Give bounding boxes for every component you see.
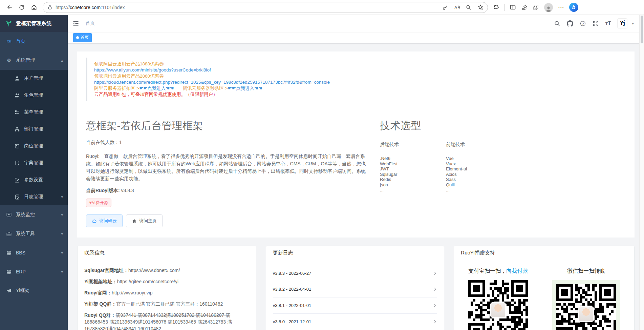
sidebar-item-label: ERP <box>16 269 26 274</box>
backend-list: .Net6WebFirstJWTSqlsugarRedisjson... <box>380 156 446 193</box>
person-icon <box>545 6 552 12</box>
svg-text:A: A <box>454 5 457 9</box>
ruoyi-url[interactable]: http://www.ruoyi.vip <box>112 290 153 295</box>
scrollbar-thumb[interactable] <box>641 16 643 43</box>
chevron-down-icon[interactable]: ▾ <box>632 21 634 26</box>
password-key-icon[interactable] <box>442 4 448 11</box>
user-icon <box>14 76 20 81</box>
contact-card-title: 联系信息 <box>78 246 256 260</box>
sidebar-item-label: 用户管理 <box>24 75 43 81</box>
paper-plane-icon <box>6 288 12 294</box>
changelog-card-title: 更新日志 <box>266 246 444 260</box>
visit-homepage-button[interactable]: 访问主页 <box>126 214 163 227</box>
dictionary-book-icon <box>14 160 20 166</box>
split-screen-icon[interactable] <box>510 4 516 11</box>
alipay-qr-title: 支付宝扫一扫，向我付款 <box>468 268 528 275</box>
fullscreen-icon[interactable] <box>593 20 599 27</box>
intro-panel: 领取阿里云通用云产品1888优惠券 https://www.aliyun.com… <box>77 51 635 238</box>
app-logo[interactable]: 意框架管理系统 <box>0 15 68 32</box>
sidebar-item-label: 系统监控 <box>16 212 35 218</box>
browser-chrome: https://ccnetcore.com:1101/index A ⋯ b <box>0 0 644 15</box>
sidebar-item-dicts[interactable]: 字典管理 <box>0 154 68 171</box>
tag-home[interactable]: 首页 <box>73 33 92 42</box>
wechat-qr-title: 微信扫一扫转账 <box>552 268 620 275</box>
chevron-right-icon <box>433 271 437 275</box>
notice-line-tencent-coupon: 领取腾讯云通用云产品2860优惠券 <box>94 73 619 79</box>
notice-line-promo: 阿里云服务器折扣区 >☛☛点我进入☚☚腾讯云服务器秒杀区 >☛☛点我进入☚☚ <box>94 85 619 91</box>
sidebar-item-erp[interactable]: ERP ▾ <box>0 262 68 281</box>
help-question-icon[interactable]: ? <box>580 20 586 27</box>
sidebar-item-label: 首页 <box>16 38 25 44</box>
sidebar-item-monitor[interactable]: 系统监控 ▾ <box>0 205 68 224</box>
sidebar-collapse-icon[interactable] <box>72 20 79 27</box>
changelog-item[interactable]: v3.8.0 - 2021-12-01 <box>273 314 437 330</box>
home-icon <box>132 219 137 224</box>
page-scrollbar[interactable] <box>639 15 644 330</box>
browser-essentials-icon[interactable] <box>493 4 499 11</box>
breadcrumb[interactable]: 首页 <box>85 20 95 26</box>
promo-tencent-enter-link[interactable]: ☛☛点我进入☚☚ <box>228 86 262 91</box>
back-arrow-icon <box>6 4 13 11</box>
user-avatar[interactable]: Yj <box>617 18 627 28</box>
favorite-star-add-icon[interactable] <box>477 4 484 11</box>
sidebar: 意框架管理系统 首页 ⚙ 系统管理 ▴ 用户管理 角色管理 菜单管理 <box>0 15 68 330</box>
changelog-item[interactable]: v3.8.3 - 2022-06-27 <box>273 265 437 281</box>
sidebar-item-label: 参数设置 <box>24 177 43 183</box>
sidebar-item-bbs[interactable]: BBS ▾ <box>0 243 68 262</box>
notice-link-aliyun[interactable]: https://www.aliyun.com/minisite/goods?us… <box>94 67 619 73</box>
changelog-item[interactable]: v3.8.2 - 2022-04-01 <box>273 281 437 297</box>
dashboard-icon <box>6 39 12 44</box>
browser-back-button[interactable] <box>3 2 16 13</box>
zoom-out-icon[interactable] <box>466 4 472 11</box>
users-icon <box>14 92 20 98</box>
sidebar-item-posts[interactable]: 岗位管理 <box>0 138 68 154</box>
online-count: 当前在线人数：1 <box>86 140 366 146</box>
changelog-card: 更新日志 v3.8.3 - 2022-06-27 v3.8.2 - 2022-0… <box>266 246 445 330</box>
contact-row-sqlsugar: Sqlsugar官网地址：https://www.donet5.com/ <box>84 267 249 274</box>
github-icon[interactable] <box>567 20 573 27</box>
browser-settings-menu[interactable]: ⋯ <box>558 4 564 11</box>
sidebar-item-label: BBS <box>16 250 25 255</box>
sidebar-item-depts[interactable]: 部门管理 <box>0 121 68 138</box>
sidebar-item-tools[interactable]: 系统工具 ▾ <box>0 224 68 243</box>
collections-icon[interactable] <box>521 4 528 11</box>
notice-line-redpacket: 云产品通用红包，可叠加官网常规优惠使用。（仅限新用户） <box>94 91 619 98</box>
pay-me-link[interactable]: 向我付款 <box>506 268 528 274</box>
chevron-down-icon: ▾ <box>61 213 63 217</box>
yi-gitee-url[interactable]: https://gitee.com/ccnetcore/yi <box>117 279 178 284</box>
tree-table-icon <box>14 109 20 115</box>
bing-copilot-icon[interactable]: b <box>569 3 578 12</box>
sqlsugar-url[interactable]: https://www.donet5.com/ <box>128 268 180 273</box>
visit-gitee-button[interactable]: 访问码云 <box>86 214 123 227</box>
chevron-down-icon: ▾ <box>61 270 63 274</box>
search-icon[interactable] <box>554 20 560 27</box>
browser-profile-avatar[interactable] <box>544 3 553 12</box>
sidebar-item-label: 部门管理 <box>24 126 43 132</box>
sidebar-item-system[interactable]: ⚙ 系统管理 ▴ <box>0 51 68 70</box>
tab-actions-icon[interactable] <box>533 4 539 11</box>
address-bar[interactable]: https://ccnetcore.com:1101/index A <box>43 2 488 13</box>
read-aloud-icon[interactable]: A <box>454 4 460 11</box>
changelog-item[interactable]: v3.8.1 - 2022-01-01 <box>273 297 437 314</box>
notice-link-tencent[interactable]: https://cloud.tencent.com/redirect.php?r… <box>94 79 619 85</box>
globe-icon <box>6 250 12 256</box>
browser-refresh-button[interactable] <box>16 2 28 13</box>
sidebar-item-roles[interactable]: 角色管理 <box>0 87 68 104</box>
gear-icon: ⚙ <box>6 58 12 63</box>
sidebar-item-logs[interactable]: 日志管理 ▾ <box>0 188 68 205</box>
promo-aliyun-enter-link[interactable]: ☛☛点我进入☚☚ <box>139 86 174 91</box>
system-submenu: 用户管理 角色管理 菜单管理 部门管理 岗位管理 字典管理 <box>0 70 68 205</box>
contact-row-yi: Yi意框架地址：https://gitee.com/ccnetcore/yi <box>84 278 249 285</box>
sidebar-item-menus[interactable]: 菜单管理 <box>0 104 68 121</box>
sidebar-item-params[interactable]: 参数设置 <box>0 171 68 188</box>
browser-home-button[interactable] <box>28 2 40 13</box>
app-title: 意框架管理系统 <box>16 20 51 27</box>
chevron-right-icon <box>433 303 437 308</box>
sidebar-item-yi[interactable]: Yi框架 <box>0 281 68 300</box>
free-open-source-tag: ¥免费开源 <box>86 199 111 207</box>
sidebar-item-home[interactable]: 首页 <box>0 32 68 51</box>
font-size-icon[interactable]: TT <box>605 20 611 26</box>
sidebar-item-users[interactable]: 用户管理 <box>0 70 68 87</box>
notice-line-aliyun-coupon: 领取阿里云通用云产品1888优惠券 <box>94 61 619 67</box>
frontend-list: VueVuexElement-uiAxiosSassQuill... <box>446 156 512 193</box>
